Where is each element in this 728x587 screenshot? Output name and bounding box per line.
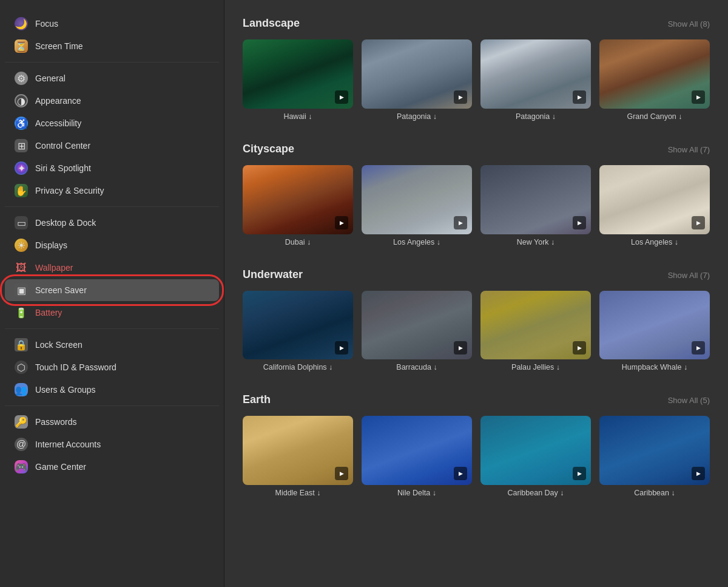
thumb-label-middleeast: Middle East ↓: [243, 489, 353, 497]
sidebar-item-siri-spotlight[interactable]: ✦Siri & Spotlight: [5, 157, 219, 179]
passwords-icon: 🔑: [15, 415, 28, 429]
section-header-earth: EarthShow All (5): [243, 393, 710, 406]
sidebar-item-game-center[interactable]: 🎮Game Center: [5, 456, 219, 478]
sidebar-label-desktop-dock: Desktop & Dock: [35, 218, 96, 228]
sidebar-item-screen-saver[interactable]: ▣Screen Saver: [5, 279, 219, 301]
thumb-niledelta: [362, 416, 472, 485]
control-center-icon: ⊞: [15, 139, 28, 152]
main-content: LandscapeShow All (8)Hawaii ↓Patagonia ↓…: [224, 0, 728, 587]
grid-underwater: California Dolphins ↓Barracuda ↓Palau Je…: [243, 291, 710, 372]
grid-item-caribbeanday[interactable]: Caribbean Day ↓: [480, 416, 591, 497]
play-button-niledelta[interactable]: [454, 467, 467, 480]
grid-item-newyork[interactable]: New York ↓: [480, 165, 591, 246]
sidebar-label-screen-time: Screen Time: [35, 41, 83, 51]
sidebar-item-wallpaper[interactable]: 🖼Wallpaper: [5, 257, 219, 279]
thumb-label-dolphins: California Dolphins ↓: [243, 363, 353, 372]
sidebar-item-appearance[interactable]: ◑Appearance: [5, 90, 219, 112]
thumb-label-grandcanyon: Grand Canyon ↓: [599, 112, 710, 121]
lock-screen-icon: 🔒: [15, 338, 28, 351]
grid-item-dolphins[interactable]: California Dolphins ↓: [243, 291, 353, 372]
sidebar-label-appearance: Appearance: [35, 96, 81, 106]
grid-landscape: Hawaii ↓Patagonia ↓Patagonia ↓Grand Cany…: [243, 39, 710, 121]
play-button-hawaii[interactable]: [335, 90, 348, 104]
play-button-losangeles1[interactable]: [454, 216, 467, 229]
focus-icon: 🌙: [15, 17, 28, 30]
grid-item-hawaii[interactable]: Hawaii ↓: [243, 39, 353, 121]
play-button-middleeast[interactable]: [335, 467, 348, 480]
grid-item-palau[interactable]: Palau Jellies ↓: [480, 291, 591, 372]
internet-accounts-icon: @: [15, 438, 28, 451]
sidebar-item-accessibility[interactable]: ♿Accessibility: [5, 112, 219, 134]
section-header-cityscape: CityscapeShow All (7): [243, 143, 710, 155]
sidebar-item-passwords[interactable]: 🔑Passwords: [5, 411, 219, 433]
sidebar-item-lock-screen[interactable]: 🔒Lock Screen: [5, 334, 219, 356]
grid-item-dubai[interactable]: Dubai ↓: [243, 165, 353, 246]
play-button-patagonia2[interactable]: [573, 90, 586, 104]
grid-item-losangeles1[interactable]: Los Angeles ↓: [362, 165, 472, 246]
sidebar-item-focus[interactable]: 🌙Focus: [5, 13, 219, 35]
play-button-newyork[interactable]: [573, 216, 586, 229]
sidebar-item-control-center[interactable]: ⊞Control Center: [5, 135, 219, 157]
grid-item-patagonia2[interactable]: Patagonia ↓: [480, 39, 591, 121]
thumb-label-losangeles2: Los Angeles ↓: [599, 238, 710, 246]
sidebar-label-screen-saver: Screen Saver: [35, 285, 87, 295]
sidebar-item-users-groups[interactable]: 👥Users & Groups: [5, 379, 219, 401]
sidebar-separator: [5, 405, 219, 406]
sidebar-item-battery[interactable]: 🔋Battery: [5, 302, 219, 324]
grid-item-niledelta[interactable]: Nile Delta ↓: [362, 416, 472, 497]
play-button-barracuda[interactable]: [454, 341, 467, 355]
grid-item-barracuda[interactable]: Barracuda ↓: [362, 291, 472, 372]
sidebar-label-lock-screen: Lock Screen: [35, 340, 83, 350]
section-title-landscape: Landscape: [243, 17, 300, 30]
show-all-earth[interactable]: Show All (5): [668, 396, 710, 405]
thumb-middleeast: [243, 416, 353, 485]
displays-icon: ☀: [15, 239, 28, 252]
play-button-dubai[interactable]: [335, 216, 348, 229]
section-title-underwater: Underwater: [243, 268, 303, 281]
users-groups-icon: 👥: [15, 383, 28, 396]
thumb-patagonia2: [480, 39, 591, 109]
show-all-underwater[interactable]: Show All (7): [668, 271, 710, 280]
thumb-label-caribbean: Caribbean ↓: [599, 489, 710, 497]
sidebar-item-touch-id[interactable]: ⬡Touch ID & Password: [5, 356, 219, 378]
sidebar-label-privacy-security: Privacy & Security: [35, 186, 104, 195]
thumb-dolphins: [243, 291, 353, 360]
play-button-humpback[interactable]: [692, 341, 705, 355]
play-button-caribbean[interactable]: [692, 467, 705, 480]
sidebar-item-internet-accounts[interactable]: @Internet Accounts: [5, 433, 219, 455]
sidebar-label-internet-accounts: Internet Accounts: [35, 439, 101, 449]
grid-item-patagonia1[interactable]: Patagonia ↓: [362, 39, 472, 121]
grid-item-humpback[interactable]: Humpback Whale ↓: [599, 291, 710, 372]
play-button-losangeles2[interactable]: [692, 216, 705, 229]
sidebar-separator: [5, 62, 219, 63]
section-earth: EarthShow All (5)Middle East ↓Nile Delta…: [243, 393, 710, 497]
section-header-underwater: UnderwaterShow All (7): [243, 268, 710, 281]
play-button-caribbeanday[interactable]: [573, 467, 586, 480]
touch-id-icon: ⬡: [15, 361, 28, 374]
sidebar-item-displays[interactable]: ☀Displays: [5, 234, 219, 256]
thumb-label-newyork: New York ↓: [480, 238, 591, 246]
sidebar-label-displays: Displays: [35, 240, 67, 250]
thumb-dubai: [243, 165, 353, 234]
game-center-icon: 🎮: [15, 460, 28, 473]
sidebar-item-desktop-dock[interactable]: ▭Desktop & Dock: [5, 212, 219, 234]
show-all-cityscape[interactable]: Show All (7): [668, 145, 710, 154]
screen-saver-icon: ▣: [15, 283, 28, 297]
grid-item-middleeast[interactable]: Middle East ↓: [243, 416, 353, 497]
show-all-landscape[interactable]: Show All (8): [668, 19, 710, 29]
thumb-label-hawaii: Hawaii ↓: [243, 112, 353, 121]
thumb-barracuda: [362, 291, 472, 360]
section-title-earth: Earth: [243, 393, 271, 406]
grid-item-grandcanyon[interactable]: Grand Canyon ↓: [599, 39, 710, 121]
play-button-patagonia1[interactable]: [454, 90, 467, 104]
grid-item-caribbean[interactable]: Caribbean ↓: [599, 416, 710, 497]
thumb-grandcanyon: [599, 39, 710, 109]
thumb-label-losangeles1: Los Angeles ↓: [362, 238, 472, 246]
sidebar-item-general[interactable]: ⚙General: [5, 67, 219, 89]
play-button-dolphins[interactable]: [335, 341, 348, 355]
sidebar-item-screen-time[interactable]: ⏳Screen Time: [5, 35, 219, 57]
play-button-palau[interactable]: [573, 341, 586, 355]
grid-item-losangeles2[interactable]: Los Angeles ↓: [599, 165, 710, 246]
sidebar-item-privacy-security[interactable]: ✋Privacy & Security: [5, 180, 219, 202]
play-button-grandcanyon[interactable]: [692, 90, 705, 104]
